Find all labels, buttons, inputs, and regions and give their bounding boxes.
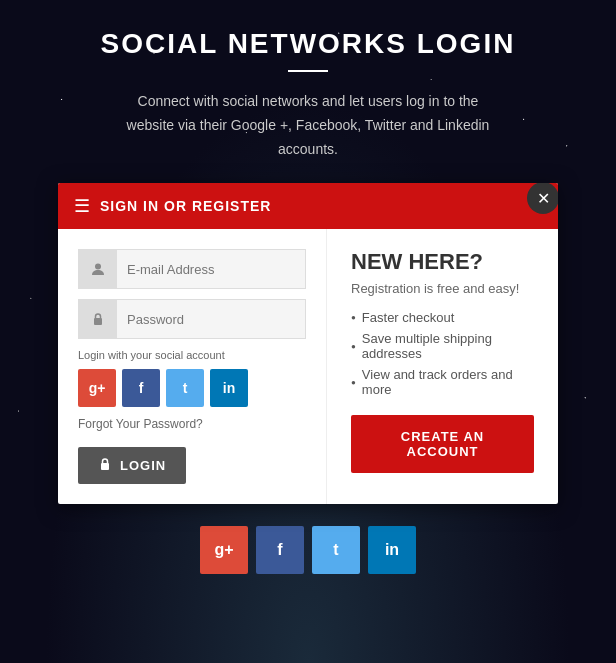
login-button[interactable]: LOGIN xyxy=(78,447,186,484)
google-icon: g+ xyxy=(89,380,106,396)
email-input-group xyxy=(78,249,306,289)
linkedin-icon: in xyxy=(223,380,235,396)
page-description: Connect with social networks and let use… xyxy=(118,90,498,161)
facebook-login-button[interactable]: f xyxy=(122,369,160,407)
google-login-button[interactable]: g+ xyxy=(78,369,116,407)
social-login-buttons: g+ f t in xyxy=(78,369,306,407)
benefits-list: Faster checkout Save multiple shipping a… xyxy=(351,310,534,397)
login-form: Login with your social account g+ f t in xyxy=(58,229,327,504)
password-input[interactable] xyxy=(117,304,305,335)
modal-header-title: SIGN IN OR REGISTER xyxy=(100,198,271,214)
svg-rect-2 xyxy=(101,463,109,470)
bottom-linkedin-button[interactable]: in xyxy=(368,526,416,574)
page-title: SOCIAL NETWORKS LOGIN xyxy=(101,28,516,60)
forgot-password-link[interactable]: Forgot Your Password? xyxy=(78,417,306,431)
bottom-social-buttons: g+ f t in xyxy=(200,526,416,574)
login-modal: ☰ SIGN IN OR REGISTER ✕ xyxy=(58,183,558,504)
login-lock-icon xyxy=(98,457,112,474)
bottom-google-icon: g+ xyxy=(214,541,233,559)
bottom-facebook-button[interactable]: f xyxy=(256,526,304,574)
close-icon: ✕ xyxy=(537,189,550,208)
register-section: NEW HERE? Registration is free and easy!… xyxy=(327,229,558,504)
bottom-facebook-icon: f xyxy=(277,541,282,559)
email-input[interactable] xyxy=(117,254,305,285)
twitter-icon: t xyxy=(183,380,188,396)
user-icon xyxy=(79,250,117,288)
create-account-button[interactable]: CREATE AN ACCOUNT xyxy=(351,415,534,473)
bottom-twitter-icon: t xyxy=(333,541,338,559)
benefit-item: Save multiple shipping addresses xyxy=(351,331,534,361)
linkedin-login-button[interactable]: in xyxy=(210,369,248,407)
social-login-label: Login with your social account xyxy=(78,349,306,361)
header-list-icon: ☰ xyxy=(74,195,90,217)
modal-header: ☰ SIGN IN OR REGISTER ✕ xyxy=(58,183,558,229)
password-input-group xyxy=(78,299,306,339)
registration-free-text: Registration is free and easy! xyxy=(351,281,534,296)
modal-close-button[interactable]: ✕ xyxy=(527,183,558,214)
modal-body: Login with your social account g+ f t in xyxy=(58,229,558,504)
bottom-twitter-button[interactable]: t xyxy=(312,526,360,574)
password-lock-icon xyxy=(79,300,117,338)
bottom-google-button[interactable]: g+ xyxy=(200,526,248,574)
bottom-linkedin-icon: in xyxy=(385,541,399,559)
benefit-item: Faster checkout xyxy=(351,310,534,325)
new-here-title: NEW HERE? xyxy=(351,249,534,275)
benefit-item: View and track orders and more xyxy=(351,367,534,397)
twitter-login-button[interactable]: t xyxy=(166,369,204,407)
title-divider xyxy=(288,70,328,72)
facebook-icon: f xyxy=(139,380,144,396)
login-button-label: LOGIN xyxy=(120,458,166,473)
svg-point-0 xyxy=(95,264,101,270)
svg-rect-1 xyxy=(94,318,102,325)
